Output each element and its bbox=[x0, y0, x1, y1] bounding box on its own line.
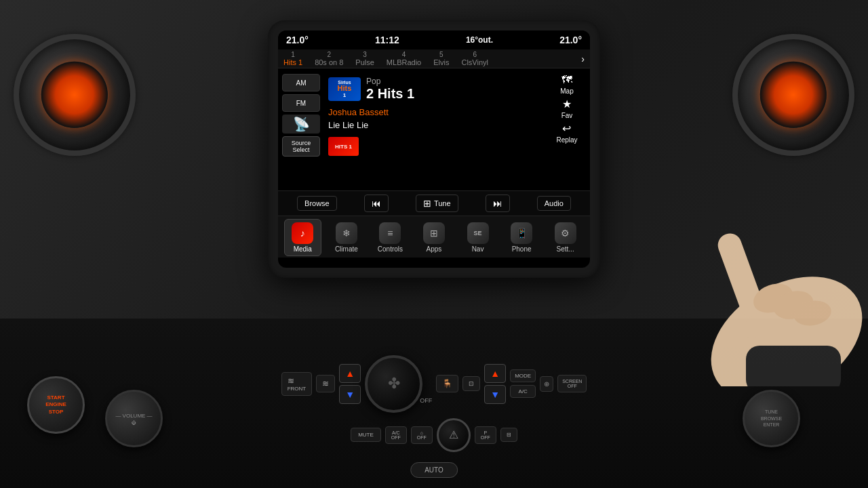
rewind-button[interactable]: ⏮ bbox=[364, 195, 389, 212]
temp-right: 21.0° bbox=[559, 35, 582, 45]
fan-up-button[interactable]: ▲ bbox=[484, 364, 506, 383]
app-settings[interactable]: ⚙ Sett... bbox=[547, 220, 584, 256]
audio-button[interactable]: Audio bbox=[537, 196, 571, 211]
mode-button[interactable]: MODE bbox=[510, 369, 536, 382]
svg-rect-1 bbox=[715, 230, 767, 321]
preset-4[interactable]: 4 MLBRadio bbox=[387, 51, 421, 66]
preset-arrow[interactable]: › bbox=[581, 54, 585, 64]
seat-heat-left-button[interactable]: 🪑 bbox=[436, 375, 458, 392]
replay-icon: ↩ bbox=[562, 122, 571, 135]
ac-off-button[interactable]: A/COFF bbox=[385, 426, 407, 444]
fan-down-button[interactable]: ▼ bbox=[484, 385, 506, 404]
satellite-button[interactable]: 📡 bbox=[282, 115, 320, 134]
app-controls[interactable]: ≡ Controls bbox=[372, 220, 409, 256]
preset-2[interactable]: 2 80s on 8 bbox=[315, 51, 343, 66]
song-title: Lie Lie Lie bbox=[328, 120, 540, 130]
volume-label: — VOLUME — bbox=[115, 413, 152, 419]
auto-button[interactable]: AUTO bbox=[410, 462, 458, 478]
right-vent bbox=[732, 34, 854, 156]
screen-off-button[interactable]: SCREENOFF bbox=[557, 375, 587, 392]
seat-icon: 🪑 bbox=[442, 379, 452, 388]
rewind-icon: ⏮ bbox=[372, 198, 381, 209]
fav-button[interactable]: ★ Fav bbox=[561, 98, 573, 119]
rear-heat-button[interactable]: ≋ bbox=[316, 375, 335, 392]
preset-1[interactable]: 1 Hits 1 bbox=[283, 51, 302, 66]
browse-button[interactable]: Browse bbox=[297, 196, 337, 211]
hazard-icon: ⚠ bbox=[449, 428, 458, 441]
app-nav[interactable]: SE Nav bbox=[459, 220, 496, 256]
physical-controls-panel: STARTENGINESTOP — VOLUME — ⏻ ≋ FRONT ≋ bbox=[0, 319, 868, 488]
right-controls: 🗺 Map ★ Fav ↩ Replay bbox=[544, 71, 590, 188]
dashboard: 21.0° 11:12 16°out. 21.0° 1 Hits 1 2 80s… bbox=[0, 0, 868, 488]
am-button[interactable]: AM bbox=[282, 74, 320, 92]
fan-knob[interactable]: ✤ bbox=[365, 355, 422, 413]
svg-point-2 bbox=[749, 279, 797, 318]
hvac-panel: ≋ FRONT ≋ ▲ ▼ ✤ OFF 🪑 bbox=[281, 355, 587, 452]
front-heat-button[interactable]: ≋ FRONT bbox=[281, 372, 313, 396]
app-phone[interactable]: 📱 Phone bbox=[503, 220, 540, 256]
source-select-button[interactable]: SourceSelect bbox=[282, 136, 320, 157]
left-vent bbox=[14, 34, 136, 156]
nav-icon: SE bbox=[467, 222, 489, 244]
media-info: Sirius Hits 1 Pop 2 Hits 1 Joshua Basset… bbox=[324, 71, 544, 188]
preset-5[interactable]: 5 Elvis bbox=[433, 51, 449, 66]
main-content: AM FM 📡 SourceSelect Sirius Hits 1 bbox=[278, 68, 590, 190]
apps-icon: ⊞ bbox=[423, 222, 445, 244]
start-label: STARTENGINESTOP bbox=[45, 394, 66, 415]
bottom-buttons-row: MUTE A/COFF ⌂OFF ⚠ POFF ⊟ bbox=[281, 418, 587, 452]
fan-up-down: ▲ ▼ bbox=[484, 364, 506, 404]
defrost-rear-button[interactable]: ⊟ bbox=[500, 428, 517, 442]
temp-up-down: ▲ ▼ bbox=[339, 364, 361, 404]
app-apps[interactable]: ⊞ Apps bbox=[415, 220, 452, 256]
app-climate[interactable]: ❄ Climate bbox=[328, 220, 365, 256]
screen-btn[interactable]: ⊡ bbox=[462, 376, 480, 391]
auto-label: AUTO bbox=[410, 462, 458, 478]
ac-button[interactable]: A/C bbox=[510, 385, 536, 398]
head-unit: 21.0° 11:12 16°out. 21.0° 1 Hits 1 2 80s… bbox=[268, 20, 600, 278]
temp-down-button[interactable]: ▼ bbox=[339, 385, 361, 404]
defrost-off-button[interactable]: ⌂OFF bbox=[411, 426, 433, 444]
browse-label: Browse bbox=[304, 199, 330, 207]
playback-controls: Browse ⏮ ⊞ Tune ⏭ Audio bbox=[278, 190, 590, 216]
rear-heat-icon: ≋ bbox=[322, 379, 329, 388]
replay-label: Replay bbox=[556, 136, 577, 144]
settings-icon: ⚙ bbox=[555, 222, 576, 244]
hvac-row-1: ≋ FRONT ≋ ▲ ▼ ✤ OFF 🪑 bbox=[281, 355, 587, 413]
settings-label: Sett... bbox=[557, 245, 574, 253]
mute-button[interactable]: MUTE bbox=[351, 428, 381, 442]
status-bar: 21.0° 11:12 16°out. 21.0° bbox=[278, 30, 590, 49]
left-controls: AM FM 📡 SourceSelect bbox=[278, 71, 324, 188]
outside-temp: 16°out. bbox=[466, 35, 493, 45]
app-media[interactable]: ♪ Media bbox=[284, 219, 321, 256]
hazard-button[interactable]: ⚠ bbox=[437, 418, 471, 452]
nav-label: Nav bbox=[472, 245, 484, 253]
tune-label: Tune bbox=[434, 199, 451, 207]
volume-knob[interactable]: — VOLUME — ⏻ bbox=[105, 390, 163, 447]
mode-ac: MODE A/C bbox=[510, 369, 536, 398]
tune-button[interactable]: ⊞ Tune bbox=[416, 195, 458, 212]
fm-button[interactable]: FM bbox=[282, 94, 320, 112]
climate-label: Climate bbox=[335, 245, 358, 253]
audio-label: Audio bbox=[545, 199, 564, 207]
map-label: Map bbox=[560, 87, 573, 95]
temp-up-button[interactable]: ▲ bbox=[339, 364, 361, 383]
park-vent-button[interactable]: POFF bbox=[475, 426, 496, 444]
start-engine-button[interactable]: STARTENGINESTOP bbox=[27, 376, 85, 434]
controls-label: Controls bbox=[378, 245, 403, 253]
forward-button[interactable]: ⏭ bbox=[486, 195, 510, 212]
fan-icon: ✤ bbox=[388, 375, 400, 392]
map-button[interactable]: 🗺 Map bbox=[560, 74, 573, 95]
phone-label: Phone bbox=[512, 245, 532, 253]
vent-button[interactable]: ⊕ bbox=[540, 376, 553, 392]
preset-bar: 1 Hits 1 2 80s on 8 3 Pulse 4 MLBRadio 5 bbox=[278, 49, 590, 68]
preset-6[interactable]: 6 ClsVinyl bbox=[461, 51, 488, 66]
replay-button[interactable]: ↩ Replay bbox=[556, 122, 577, 144]
preset-3[interactable]: 3 Pulse bbox=[355, 51, 374, 66]
tune-browse-knob[interactable]: TUNEBROWSEENTER bbox=[743, 390, 800, 447]
genre-label: Pop bbox=[366, 77, 414, 86]
controls-icon: ≡ bbox=[379, 222, 401, 244]
power-icon: ⏻ bbox=[132, 420, 136, 425]
svg-point-3 bbox=[770, 287, 816, 323]
media-label: Media bbox=[294, 245, 312, 253]
map-icon: 🗺 bbox=[561, 74, 572, 86]
